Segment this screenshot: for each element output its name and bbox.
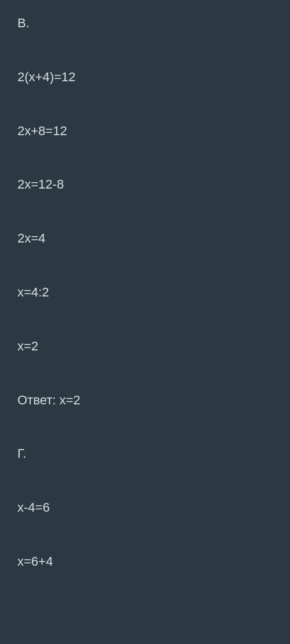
section-label-v: В. xyxy=(17,15,273,32)
equation-step: x=6+4 xyxy=(17,553,273,571)
equation-step: 2x=4 xyxy=(17,230,273,248)
equation-step: x=2 xyxy=(17,338,273,356)
equation-step: 2(x+4)=12 xyxy=(17,68,273,86)
equation-step: 2x=12-8 xyxy=(17,176,273,194)
answer-line: Ответ: x=2 xyxy=(17,392,273,410)
section-label-g: Г. xyxy=(17,445,273,463)
equation-step: x=4:2 xyxy=(17,284,273,302)
equation-step: 2x+8=12 xyxy=(17,122,273,140)
equation-step: x-4=6 xyxy=(17,499,273,517)
